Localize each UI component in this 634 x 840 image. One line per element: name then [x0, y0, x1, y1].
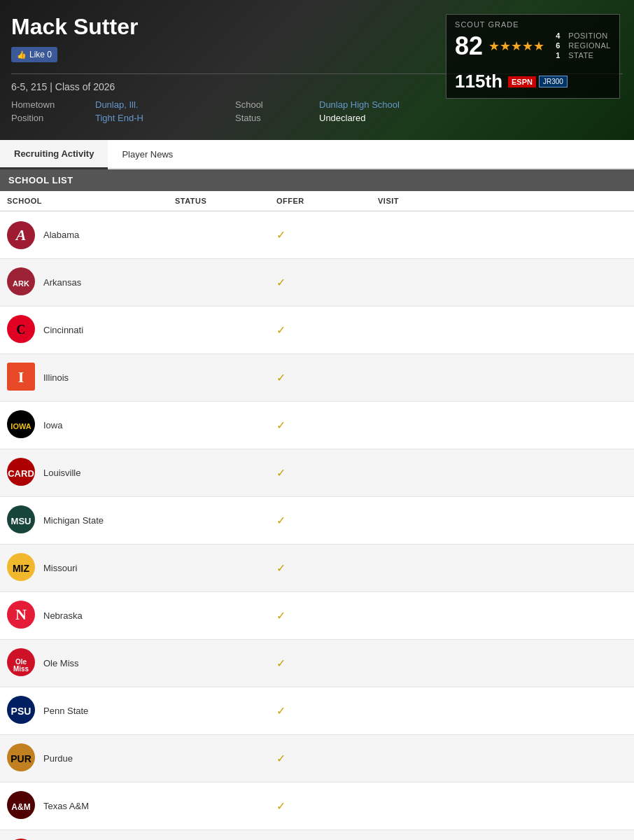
- school-name: Louisville: [43, 468, 80, 478]
- school-cell: CARD Louisville: [0, 452, 168, 494]
- school-logo: MSU: [7, 505, 35, 536]
- status-cell: [168, 706, 269, 717]
- position-value: Tight End-H: [95, 113, 235, 123]
- school-logo: CARD: [7, 458, 35, 489]
- svg-text:ARK: ARK: [13, 279, 29, 288]
- school-name: Ole Miss: [43, 658, 79, 668]
- school-name: Purdue: [43, 753, 73, 764]
- scout-grade-label: Scout Grade: [455, 20, 611, 29]
- status-label: Status: [235, 113, 319, 123]
- school-name: Texas A&M: [43, 801, 89, 811]
- table-row: C Cincinnati ✓: [0, 307, 634, 354]
- position-rank-label: POSITION: [568, 31, 608, 40]
- school-cell: MSU Michigan State: [0, 500, 168, 542]
- offer-cell: ✓: [269, 603, 371, 628]
- offer-cell: ✓: [269, 461, 371, 485]
- visit-cell: [371, 420, 472, 431]
- visit-cell: [371, 801, 472, 812]
- position-ranks: 4 POSITION 6 REGIONAL 1 STATE: [556, 31, 611, 61]
- regional-rank-label: REGIONAL: [568, 41, 611, 50]
- offer-checkmark: ✓: [276, 276, 286, 288]
- svg-text:MIZ: MIZ: [13, 563, 30, 574]
- tab-player-news[interactable]: Player News: [108, 140, 187, 168]
- school-cell: PSU Penn State: [0, 690, 168, 732]
- school-name: Missouri: [43, 563, 77, 573]
- school-cell: A Alabama: [0, 216, 168, 255]
- status-cell: [168, 801, 269, 812]
- status-cell: [168, 610, 269, 622]
- school-logo: I: [7, 363, 35, 393]
- school-logo: A: [7, 221, 35, 249]
- school-cell: C Cincinnati: [0, 309, 168, 351]
- like-button[interactable]: 👍 Like 0: [11, 47, 57, 62]
- regional-rank-num: 6: [556, 41, 565, 50]
- table-section: SCHOOL LIST SCHOOL STATUS OFFER VISIT A …: [0, 169, 634, 840]
- position-rank-num: 4: [556, 31, 565, 40]
- table-row: MIZ Missouri ✓: [0, 545, 634, 592]
- visit-cell: [371, 706, 472, 717]
- offer-cell: ✓: [269, 746, 371, 771]
- espn-rank-row: 115th ESPN JR300: [455, 71, 611, 92]
- school-cell: ARK Arkansas: [0, 262, 168, 304]
- status-cell: [168, 325, 269, 336]
- status-cell: [168, 230, 269, 241]
- svg-text:A&M: A&M: [11, 802, 30, 812]
- svg-text:N: N: [15, 606, 27, 623]
- schools-list: A Alabama ✓ ARK Arkansas ✓ C Cincinnati …: [0, 211, 634, 840]
- school-logo: ARK: [7, 267, 35, 298]
- offer-checkmark: ✓: [276, 324, 286, 336]
- svg-text:Miss: Miss: [13, 665, 29, 673]
- table-row: A&M Texas A&M ✓: [0, 783, 634, 830]
- school-cell: A&M Texas A&M: [0, 785, 168, 827]
- offer-cell: ✓: [269, 508, 371, 533]
- svg-text:PUR: PUR: [10, 753, 31, 764]
- school-value: Dunlap High School: [319, 99, 529, 110]
- table-row: W Wisconsin ✓: [0, 830, 634, 840]
- offer-cell: ✓: [269, 223, 371, 247]
- col-offer: OFFER: [269, 191, 371, 211]
- svg-text:PSU: PSU: [11, 706, 31, 717]
- school-name: Cincinnati: [43, 325, 83, 335]
- offer-checkmark: ✓: [276, 419, 286, 431]
- visit-cell: [371, 515, 472, 526]
- offer-cell: ✓: [269, 413, 371, 438]
- visit-cell: [371, 610, 472, 622]
- status-cell: [168, 420, 269, 431]
- like-label: Like 0: [29, 50, 52, 59]
- scout-stars: ★★★★★: [488, 38, 544, 54]
- school-cell: MIZ Missouri: [0, 547, 168, 589]
- thumbs-up-icon: 👍: [17, 50, 27, 59]
- visit-cell: [371, 277, 472, 288]
- offer-cell: ✓: [269, 318, 371, 342]
- offer-checkmark: ✓: [276, 372, 286, 384]
- table-row: IOWA Iowa ✓: [0, 402, 634, 449]
- status-cell: [168, 563, 269, 574]
- status-value: Undeclared: [319, 113, 529, 123]
- col-status: STATUS: [168, 191, 269, 211]
- visit-cell: [371, 230, 472, 241]
- school-cell: I Illinois: [0, 357, 168, 399]
- hometown-label: Hometown: [11, 99, 95, 110]
- school-list-header: SCHOOL LIST: [0, 169, 634, 191]
- jr300-badge: JR300: [539, 76, 568, 88]
- svg-text:IOWA: IOWA: [10, 422, 31, 430]
- column-headers: SCHOOL STATUS OFFER VISIT: [0, 191, 634, 211]
- header-section: Mack Sutter 👍 Like 0 6-5, 215 | Class of…: [0, 0, 634, 140]
- offer-cell: ✓: [269, 651, 371, 676]
- school-name: Nebraska: [43, 610, 83, 621]
- player-details: Hometown Dunlap, Ill. School Dunlap High…: [11, 99, 623, 123]
- school-name: Illinois: [43, 372, 69, 383]
- position-label: Position: [11, 113, 95, 123]
- tab-recruiting-activity[interactable]: Recruiting Activity: [0, 140, 108, 169]
- offer-checkmark: ✓: [276, 610, 286, 622]
- school-label: School: [235, 99, 319, 110]
- table-row: MSU Michigan State ✓: [0, 497, 634, 545]
- visit-cell: [371, 563, 472, 574]
- school-logo: A&M: [7, 791, 35, 822]
- school-cell: IOWA Iowa: [0, 405, 168, 447]
- offer-checkmark: ✓: [276, 514, 286, 526]
- svg-text:MSU: MSU: [11, 516, 31, 526]
- tabs-bar: Recruiting Activity Player News: [0, 140, 634, 169]
- svg-text:CARD: CARD: [8, 468, 34, 479]
- svg-text:C: C: [17, 323, 26, 337]
